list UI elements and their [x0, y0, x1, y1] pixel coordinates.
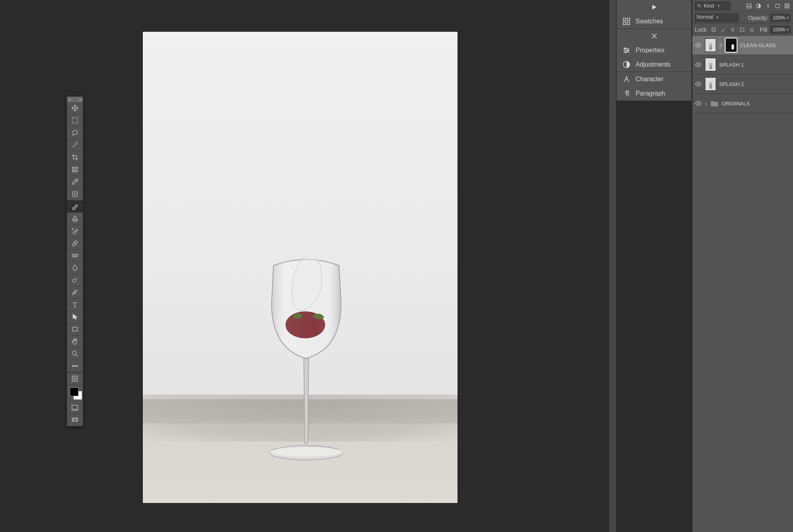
tools-palette[interactable]: × » [67, 96, 83, 427]
heal-tool[interactable] [67, 188, 83, 200]
color-swatches[interactable] [67, 385, 83, 402]
adjustments-panel-button[interactable]: Adjustments [617, 57, 691, 72]
svg-point-37 [697, 64, 699, 66]
lock-label: Lock: [695, 27, 708, 33]
eraser-tool[interactable] [67, 237, 83, 250]
layer-name: ORIGINALS [722, 101, 750, 107]
zoom-tool[interactable] [67, 348, 83, 360]
hand-tool[interactable] [67, 336, 83, 348]
svg-rect-20 [627, 18, 630, 21]
opacity-label: Opacity: [748, 15, 768, 21]
visibility-toggle[interactable] [695, 42, 702, 49]
layer-name: CLEAN GLASS [740, 42, 776, 48]
lock-position-icon[interactable] [730, 27, 736, 32]
svg-rect-35 [751, 29, 753, 31]
blend-mode-dropdown[interactable]: Normal [695, 13, 738, 22]
filter-adjust-icon[interactable] [755, 2, 762, 10]
filter-pixel-icon[interactable] [745, 2, 753, 10]
visibility-toggle[interactable] [695, 80, 702, 88]
canvas-workspace[interactable] [0, 0, 609, 532]
layer-row[interactable]: SPLASH 1 [692, 55, 793, 74]
gradient-tool[interactable] [67, 250, 83, 262]
character-label: Character [636, 76, 663, 83]
lock-paint-icon[interactable] [720, 27, 726, 32]
history-brush-tool[interactable] [67, 225, 83, 237]
lock-pixels-icon[interactable] [711, 27, 716, 32]
lock-artboard-icon[interactable] [739, 27, 745, 32]
swatches-panel-button[interactable]: Swatches [617, 14, 691, 29]
rectangle-tool[interactable] [67, 323, 83, 336]
pen-tool[interactable] [67, 286, 83, 299]
svg-rect-21 [623, 22, 626, 25]
brush-tool[interactable] [67, 200, 83, 213]
adjustments-icon [622, 60, 631, 69]
more-tool[interactable] [67, 360, 83, 372]
folder-icon [711, 100, 718, 107]
collapse-icon[interactable]: » [79, 97, 81, 102]
path-select-tool[interactable] [67, 311, 83, 323]
layer-thumbnail[interactable] [705, 58, 716, 71]
frame-tool[interactable] [67, 164, 83, 176]
layer-thumbnail[interactable] [705, 38, 716, 52]
svg-point-10 [72, 351, 76, 355]
visibility-toggle[interactable] [695, 100, 702, 107]
document-canvas[interactable] [143, 32, 458, 503]
tool-presets-button[interactable] [617, 29, 691, 43]
mask-link-icon[interactable] [719, 42, 722, 48]
blur-tool[interactable] [67, 262, 83, 274]
mask-thumbnail[interactable] [726, 38, 737, 52]
tools-palette-titlebar[interactable]: × » [67, 97, 83, 102]
paragraph-panel-button[interactable]: Paragraph [617, 86, 691, 101]
move-tool[interactable] [67, 102, 83, 114]
marquee-tool[interactable] [67, 114, 83, 127]
svg-rect-19 [623, 18, 626, 21]
eyedropper-tool[interactable] [67, 176, 83, 188]
lasso-tool[interactable] [67, 127, 83, 139]
svg-rect-14 [72, 376, 77, 381]
svg-rect-30 [776, 4, 779, 8]
adjustments-label: Adjustments [636, 61, 670, 68]
layer-name: SPLASH 1 [719, 62, 744, 68]
character-panel-button[interactable]: Character [617, 72, 691, 86]
screenmode-button[interactable] [67, 402, 83, 414]
quickmask-toggle[interactable] [67, 373, 83, 385]
stamp-tool[interactable] [67, 213, 83, 225]
layer-row[interactable]: SPLASH 2 [692, 74, 793, 94]
close-icon[interactable]: × [69, 97, 71, 102]
group-expand-arrow[interactable]: › [705, 101, 707, 107]
screenmode-cycle-button[interactable] [67, 414, 83, 426]
panel-dock-strip[interactable] [609, 0, 617, 532]
layer-row[interactable]: CLEAN GLASS [692, 36, 793, 55]
fill-input[interactable]: 100% [770, 26, 791, 34]
foreground-color-swatch[interactable] [70, 387, 79, 396]
svg-point-36 [697, 44, 699, 46]
svg-point-8 [73, 279, 76, 282]
svg-point-12 [75, 366, 76, 367]
properties-panel-button[interactable]: Properties [617, 43, 691, 57]
opacity-input[interactable]: 100% [770, 14, 791, 22]
lock-all-icon[interactable] [749, 27, 755, 32]
svg-rect-18 [73, 419, 77, 421]
crop-tool[interactable] [67, 151, 83, 164]
layer-row[interactable]: ›ORIGINALS [692, 94, 793, 113]
dodge-tool[interactable] [67, 274, 83, 286]
blend-opacity-row: Normal Opacity: 100% [692, 12, 793, 24]
visibility-toggle[interactable] [695, 61, 702, 68]
svg-rect-32 [786, 5, 788, 7]
filter-smart-icon[interactable] [783, 2, 791, 10]
svg-rect-28 [747, 4, 751, 8]
svg-rect-22 [627, 22, 630, 25]
layer-filter-kind-dropdown[interactable]: Kind [695, 2, 730, 10]
svg-point-11 [73, 366, 74, 367]
svg-rect-4 [72, 118, 77, 123]
fill-value: 100% [773, 27, 785, 32]
actions-play-button[interactable] [617, 0, 691, 14]
filter-type-icon[interactable]: T [764, 2, 772, 10]
layer-thumbnail[interactable] [705, 77, 716, 91]
type-tool[interactable] [67, 299, 83, 311]
svg-rect-16 [72, 405, 78, 409]
wand-tool[interactable] [67, 139, 83, 151]
filter-shape-icon[interactable] [774, 2, 781, 10]
crossed-tools-icon [651, 33, 657, 39]
fill-label: Fill: [760, 27, 768, 33]
